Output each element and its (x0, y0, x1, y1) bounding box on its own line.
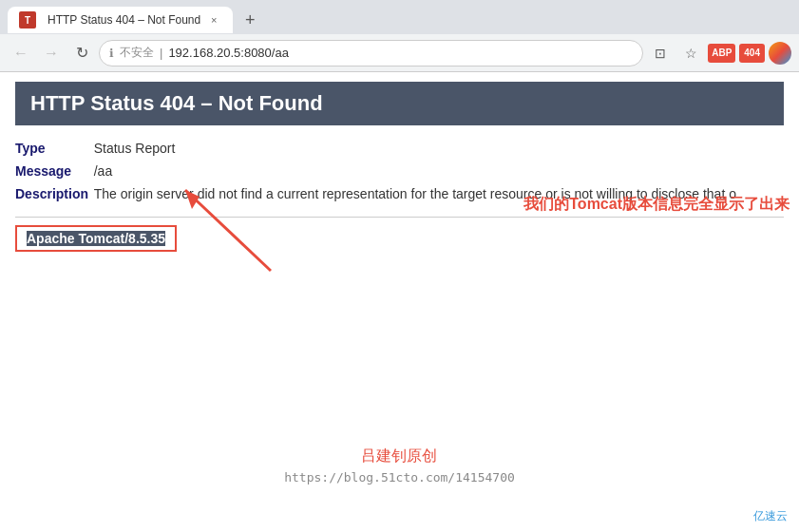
tab-bar: T HTTP Status 404 – Not Found × + (0, 0, 799, 34)
tomcat-footer-row: Apache Tomcat/8.5.35 (15, 225, 784, 252)
new-tab-button[interactable]: + (237, 7, 263, 33)
annotation-bold: Tomcat (569, 196, 622, 212)
site-logo-51cto: 亿速云 (753, 508, 788, 524)
red-arrow (147, 176, 299, 280)
svg-line-0 (185, 190, 271, 271)
url-text: 192.168.20.5:8080/aa (168, 46, 633, 60)
reload-button[interactable]: ↻ (68, 40, 95, 66)
watermark-url: https://blog.51cto.com/14154700 (284, 470, 515, 484)
type-value: Status Report (94, 137, 784, 160)
back-button[interactable]: ← (8, 40, 34, 66)
divider (15, 217, 784, 218)
tab-title: HTTP Status 404 – Not Found (48, 13, 200, 27)
translate-button[interactable]: ⊡ (647, 40, 674, 66)
url-separator: | (160, 46, 162, 60)
http-status-header: HTTP Status 404 – Not Found (15, 82, 784, 125)
browser-chrome: T HTTP Status 404 – Not Found × + ← → ↻ … (0, 0, 799, 72)
address-bar[interactable]: ℹ 不安全 | 192.168.20.5:8080/aa (99, 40, 643, 66)
svg-marker-1 (185, 190, 200, 209)
annotation-area: 我们的Tomcat版本信息完全显示了出来 (0, 271, 799, 423)
active-tab[interactable]: T HTTP Status 404 – Not Found × (8, 7, 233, 33)
watermark-title: 吕建钊原创 (284, 446, 515, 466)
tab-close-button[interactable]: × (206, 12, 221, 28)
forward-button[interactable]: → (38, 40, 65, 66)
nav-bar: ← → ↻ ℹ 不安全 | 192.168.20.5:8080/aa ⊡ ☆ A… (0, 34, 799, 72)
lock-icon: ℹ (109, 47, 114, 60)
watermark-area: 吕建钊原创 https://blog.51cto.com/14154700 (284, 446, 515, 484)
security-label: 不安全 (120, 45, 154, 61)
type-label: Type (15, 137, 94, 160)
page-content: HTTP Status 404 – Not Found Type Status … (0, 72, 799, 261)
abp-count: 404 (739, 44, 765, 63)
bookmark-button[interactable]: ☆ (677, 40, 704, 66)
type-row: Type Status Report (15, 137, 784, 160)
browser-logo (769, 42, 791, 65)
message-label: Message (15, 160, 94, 182)
nav-right-icons: ⊡ ☆ ABP 404 (647, 40, 791, 66)
tab-favicon: T (19, 11, 36, 28)
http-status-title: HTTP Status 404 – Not Found (30, 91, 323, 115)
description-label: Description (15, 182, 94, 205)
message-row: Message /aa (15, 160, 784, 182)
annotation-text: 我们的Tomcat版本信息完全显示了出来 (523, 195, 789, 215)
abp-badge: ABP (708, 44, 735, 63)
server-name: Apache Tomcat/8.5.35 (27, 231, 165, 246)
